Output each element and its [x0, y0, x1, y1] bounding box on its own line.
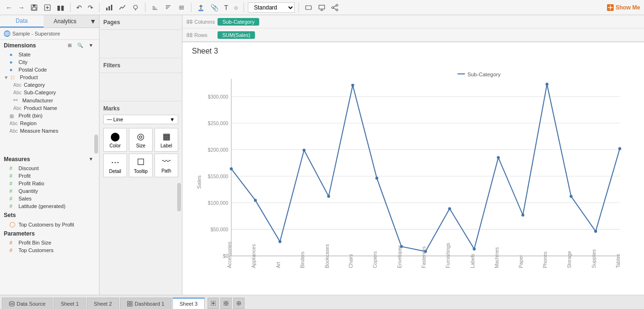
new-dashboard-btn[interactable]	[220, 298, 232, 309]
tab-options-btn[interactable]: ▼	[87, 15, 99, 27]
marks-detail[interactable]: ⋯ Detail	[103, 154, 127, 177]
toolbar-map-btn[interactable]	[130, 3, 141, 12]
rows-pill[interactable]: SUM(Sales)	[218, 31, 255, 39]
toolbar-present-btn[interactable]	[316, 3, 327, 12]
tab-sheet3[interactable]: Sheet 3	[172, 298, 205, 309]
dp-furnishings[interactable]	[448, 207, 451, 210]
toolbar-undo-btn[interactable]: ↶	[74, 3, 84, 12]
new-story-btn[interactable]	[233, 298, 245, 309]
dp-paper[interactable]	[521, 214, 524, 217]
tab-sheet1[interactable]: Sheet 1	[54, 298, 86, 309]
dim-measure-names[interactable]: Abc Measure Names	[0, 127, 99, 135]
marks-tooltip[interactable]: ☐ Tooltip	[129, 154, 153, 177]
dp-binders[interactable]	[303, 149, 306, 152]
new-sheet-btn[interactable]	[208, 298, 219, 309]
toolbar-sort3-btn[interactable]	[176, 3, 187, 12]
dp-machines[interactable]	[497, 156, 499, 159]
tab-sheet2[interactable]: Sheet 2	[87, 298, 119, 309]
dimensions-scroll[interactable]: Dimensions ⊞ 🔍 ▼ ● State ● City ● Postal	[0, 40, 99, 295]
marks-label[interactable]: ▦ Label	[154, 128, 178, 152]
dim-search-btn[interactable]: 🔍	[75, 42, 85, 49]
toolbar-sort-asc-btn[interactable]	[149, 3, 161, 12]
toolbar-text-btn[interactable]: T	[222, 3, 230, 12]
dp-art[interactable]	[279, 240, 281, 243]
toolbar-share-btn[interactable]	[329, 3, 341, 12]
svg-text:$250,000: $250,000	[208, 121, 228, 126]
dp-supplies[interactable]	[594, 230, 597, 233]
dim-postal-code[interactable]: ● Postal Code	[0, 66, 99, 73]
toolbar-chart2-btn[interactable]	[117, 3, 128, 12]
toolbar-sort-desc-btn[interactable]	[163, 3, 174, 12]
dp-phones[interactable]	[545, 83, 548, 86]
marks-color[interactable]: ⬤ Color	[103, 128, 127, 152]
dim-product[interactable]: ▼ □ Product	[0, 73, 99, 81]
dim-profit-bin[interactable]: ▩ Profit (bin)	[0, 112, 99, 119]
dim-city[interactable]: ● City	[0, 58, 99, 66]
dim-category[interactable]: Abc Category	[0, 81, 99, 89]
dp-accessories[interactable]	[230, 167, 233, 170]
view-dropdown[interactable]: Standard Fit Width Entire View	[248, 2, 295, 13]
measure-sales[interactable]: # Sales	[0, 195, 99, 202]
marks-type-dropdown[interactable]: ⸻ Line ▼	[103, 115, 178, 124]
toolbar-device-btn[interactable]	[303, 3, 314, 12]
dim-subcategory[interactable]: Abc Sub-Category	[0, 89, 99, 96]
measure-discount[interactable]: # Discount	[0, 164, 99, 172]
x-label-6: Copiers	[372, 251, 378, 268]
toolbar-forward-btn[interactable]: →	[16, 3, 27, 12]
toolbar-save-btn[interactable]	[28, 3, 40, 12]
measure-profit-ratio[interactable]: # Profit Ratio	[0, 180, 99, 187]
expand-icon: ▼	[4, 75, 9, 80]
svg-text:$100,000: $100,000	[208, 200, 228, 206]
dim-product-name[interactable]: Abc Product Name	[0, 104, 99, 112]
tab-dashboard1[interactable]: Dashboard 1	[120, 298, 172, 309]
dim-region[interactable]: Abc Region	[0, 119, 99, 127]
dim-manufacturer[interactable]: ⚯ Manufacturer	[0, 96, 99, 104]
svg-point-68	[9, 304, 14, 306]
new-dashboard-icon	[224, 301, 228, 306]
dim-state[interactable]: ● State	[0, 51, 99, 58]
pages-area	[100, 30, 182, 58]
measure-latitude[interactable]: # Latitude (generated)	[0, 202, 99, 210]
marks-size[interactable]: ◎ Size	[129, 128, 153, 152]
dim-grid-btn[interactable]: ⊞	[66, 42, 73, 49]
dp-bookcases[interactable]	[327, 195, 330, 198]
dp-storage[interactable]	[570, 195, 572, 198]
dp-copiers[interactable]	[375, 177, 378, 180]
middle-scrollbar[interactable]	[177, 183, 181, 211]
left-panel: Data Analytics ▼ Sample - Superstore Dim…	[0, 15, 100, 295]
dp-tables[interactable]	[618, 147, 621, 150]
toolbar-pause-btn[interactable]: ▮▮	[55, 3, 66, 12]
toolbar-addsheet-btn[interactable]	[42, 3, 53, 12]
measures-more-btn[interactable]: ▼	[87, 155, 95, 163]
hash-icon: #	[9, 173, 16, 179]
datasource-label[interactable]: Sample - Superstore	[0, 28, 99, 40]
measure-quantity[interactable]: # Quantity	[0, 187, 99, 195]
x-label-7: Envelopes	[397, 245, 402, 268]
toolbar-pin-btn[interactable]: ○	[232, 3, 240, 12]
toolbar-chart-btn[interactable]	[103, 3, 115, 12]
person-icon: □	[11, 74, 18, 80]
tab-analytics[interactable]: Analytics	[44, 15, 87, 27]
tab-data-source[interactable]: Data Source	[2, 298, 53, 309]
tab-data[interactable]: Data	[0, 15, 44, 27]
x-label-11: Machines	[494, 247, 499, 268]
columns-pill[interactable]: Sub-Category	[218, 18, 259, 26]
toolbar-back-btn[interactable]: ←	[4, 3, 14, 12]
param-profit-bin-size[interactable]: # Profit Bin Size	[0, 239, 99, 246]
toolbar-clip-btn[interactable]: 📎	[209, 3, 220, 12]
dp-chairs[interactable]	[351, 84, 354, 87]
marks-path[interactable]: 〰 Path	[154, 154, 178, 177]
measure-profit[interactable]: # Profit	[0, 172, 99, 180]
toolbar-redo-btn[interactable]: ↷	[86, 3, 95, 12]
dp-appliances[interactable]	[254, 199, 257, 202]
dim-scrollbar[interactable]	[94, 135, 98, 154]
param-top-customers[interactable]: # Top Customers	[0, 246, 99, 254]
dim-more-btn[interactable]: ▼	[87, 42, 95, 49]
svg-text:$300,000: $300,000	[208, 94, 228, 100]
set-top-customers[interactable]: ◯ Top Customers by Profit	[0, 220, 99, 228]
toolbar-color-btn[interactable]	[195, 3, 207, 12]
show-me-button[interactable]: Show Me	[607, 4, 640, 11]
dp-labels[interactable]	[473, 247, 476, 250]
link-icon: ⚯	[13, 97, 20, 103]
sep6	[299, 3, 299, 12]
